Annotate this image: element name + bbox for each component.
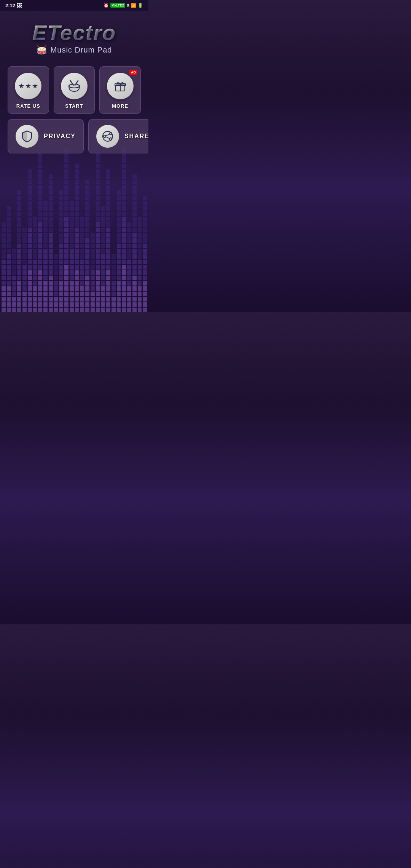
share-button[interactable]: SHARE — [88, 119, 148, 153]
eq-segment — [117, 233, 121, 238]
eq-segment — [117, 190, 121, 195]
eq-segment — [132, 190, 137, 195]
eq-segment — [43, 206, 48, 211]
privacy-button[interactable]: PRIVACY — [8, 119, 84, 153]
eq-segment — [122, 249, 126, 254]
eq-segment — [59, 297, 63, 302]
eq-segment — [38, 308, 42, 312]
svg-point-5 — [69, 84, 80, 88]
eq-segment — [117, 276, 121, 280]
eq-segment — [112, 276, 116, 280]
battery-icon: 🔋 — [138, 3, 143, 8]
eq-segment — [70, 228, 74, 232]
eq-segment — [75, 206, 79, 211]
eq-segment — [28, 185, 32, 190]
eq-segment — [70, 302, 74, 307]
eq-segment — [59, 212, 63, 216]
eq-segment — [64, 158, 68, 163]
eq-segment — [85, 212, 89, 216]
eq-segment — [28, 217, 32, 222]
eq-segment — [112, 265, 116, 270]
eq-segment — [17, 228, 21, 232]
eq-segment — [91, 281, 95, 286]
eq-segment — [7, 270, 11, 275]
eq-segment — [75, 196, 79, 200]
eq-segment — [49, 254, 53, 259]
more-button[interactable]: AD MORE — [99, 66, 141, 114]
eq-segment — [59, 292, 63, 296]
eq-column — [143, 196, 147, 312]
eq-segment — [132, 254, 137, 259]
star-2: ★ — [25, 82, 31, 90]
eq-segment — [64, 169, 68, 174]
eq-segment — [28, 270, 32, 275]
eq-segment — [138, 222, 142, 227]
eq-segment — [85, 254, 89, 259]
eq-segment — [112, 254, 116, 259]
eq-segment — [54, 265, 58, 270]
eq-column — [117, 190, 121, 312]
eq-segment — [75, 297, 79, 302]
eq-segment — [96, 222, 100, 227]
eq-segment — [59, 196, 63, 200]
eq-segment — [28, 286, 32, 291]
eq-segment — [80, 217, 84, 222]
eq-segment — [127, 270, 131, 275]
eq-segment — [43, 276, 48, 280]
eq-segment — [80, 297, 84, 302]
eq-segment — [33, 270, 37, 275]
eq-segment — [143, 244, 147, 248]
eq-segment — [106, 228, 110, 232]
eq-segment — [138, 265, 142, 270]
eq-segment — [122, 201, 126, 206]
eq-segment — [28, 254, 32, 259]
eq-segment — [122, 185, 126, 190]
rate-us-button[interactable]: ★ ★ ★ RATE US — [8, 66, 49, 114]
eq-segment — [17, 281, 21, 286]
alarm-icon: ⏰ — [104, 3, 109, 8]
start-button[interactable]: START — [54, 66, 95, 114]
eq-segment — [17, 233, 21, 238]
eq-segment — [43, 286, 48, 291]
eq-column — [54, 254, 58, 312]
eq-segment — [28, 265, 32, 270]
eq-segment — [96, 292, 100, 296]
eq-segment — [101, 270, 105, 275]
eq-segment — [38, 249, 42, 254]
eq-segment — [49, 233, 53, 238]
eq-segment — [54, 254, 58, 259]
eq-segment — [64, 270, 68, 275]
eq-column — [122, 148, 126, 312]
eq-segment — [132, 276, 137, 280]
svg-point-10 — [110, 132, 112, 135]
eq-segment — [59, 308, 63, 312]
eq-segment — [28, 292, 32, 296]
eq-segment — [96, 217, 100, 222]
eq-segment — [127, 222, 131, 227]
start-label: START — [65, 103, 83, 109]
eq-segment — [122, 297, 126, 302]
eq-segment — [132, 297, 137, 302]
eq-segment — [85, 217, 89, 222]
eq-column — [106, 169, 110, 312]
eq-segment — [117, 217, 121, 222]
eq-segment — [17, 286, 21, 291]
eq-segment — [132, 185, 137, 190]
eq-segment — [28, 260, 32, 264]
eq-segment — [122, 190, 126, 195]
eq-segment — [143, 196, 147, 200]
eq-segment — [75, 217, 79, 222]
eq-segment — [12, 249, 16, 254]
eq-segment — [106, 206, 110, 211]
eq-segment — [138, 281, 142, 286]
eq-segment — [112, 302, 116, 307]
eq-segment — [138, 308, 142, 312]
eq-segment — [91, 292, 95, 296]
eq-segment — [12, 286, 16, 291]
eq-segment — [122, 164, 126, 168]
eq-segment — [127, 286, 131, 291]
eq-segment — [49, 180, 53, 184]
eq-segment — [2, 302, 6, 307]
eq-segment — [127, 249, 131, 254]
eq-segment — [33, 260, 37, 264]
